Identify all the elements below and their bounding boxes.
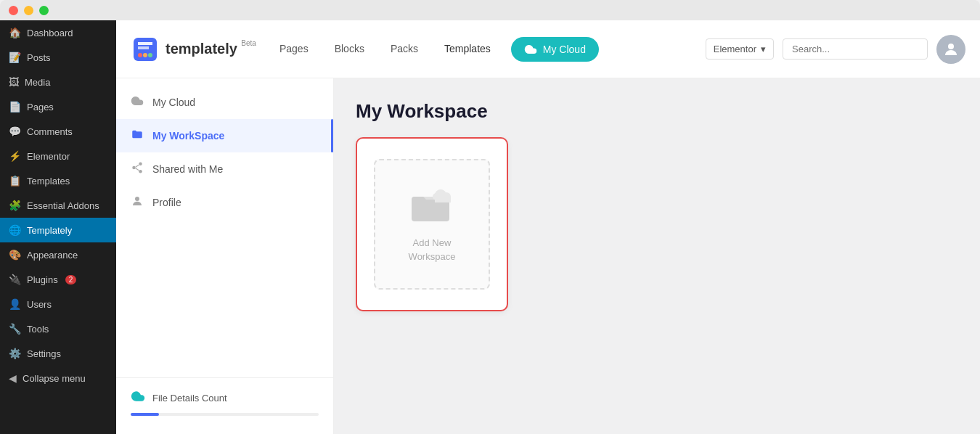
main-area: templately Beta Pages Blocks Packs Templ… <box>116 20 980 434</box>
sidebar-item-plugins[interactable]: 🔌 Plugins 2 <box>0 267 116 292</box>
sidebar-item-templately[interactable]: 🌐 Templately <box>0 218 116 242</box>
svg-point-3 <box>148 53 152 57</box>
users-icon: 👤 <box>9 298 21 310</box>
sidebar-item-elementor[interactable]: ⚡ Elementor <box>0 144 116 168</box>
panel-item-my-cloud-wrapper: My Cloud <box>116 86 333 119</box>
pages-icon: 📄 <box>9 101 21 112</box>
nav-link-blocks[interactable]: Blocks <box>322 37 377 62</box>
sidebar-item-settings[interactable]: ⚙️ Settings <box>0 341 116 366</box>
plugins-badge: 2 <box>65 275 77 284</box>
wp-sidebar: 🏠 Dashboard 📝 Posts 🖼 Media 📄 Pages 💬 Co… <box>0 20 116 434</box>
beta-label: Beta <box>241 39 256 47</box>
tools-icon: 🔧 <box>9 323 21 335</box>
nav-link-templates[interactable]: Templates <box>431 37 504 62</box>
sidebar-item-essential-addons[interactable]: 🧩 Essential Addons <box>0 193 116 218</box>
comments-icon: 💬 <box>9 126 21 137</box>
workspace-card-label: Add New Workspace <box>409 237 456 263</box>
templately-icon: 🌐 <box>9 224 21 236</box>
storage-progress-fill <box>131 413 159 416</box>
left-panel: My Cloud My WorkSpace <box>116 78 334 434</box>
svg-rect-13 <box>435 197 451 202</box>
minimize-button[interactable] <box>24 6 33 15</box>
panel-item-profile-wrapper: Profile <box>116 186 333 219</box>
posts-icon: 📝 <box>9 52 21 63</box>
logo-text-wrap: templately Beta <box>166 41 237 57</box>
close-button[interactable] <box>9 6 18 15</box>
sidebar-item-appearance[interactable]: 🎨 Appearance <box>0 242 116 267</box>
settings-icon: ⚙️ <box>9 348 21 359</box>
my-cloud-button[interactable]: My Cloud <box>511 37 599 62</box>
sidebar-item-media[interactable]: 🖼 Media <box>0 70 116 94</box>
top-nav: templately Beta Pages Blocks Packs Templ… <box>116 20 980 78</box>
logo-icon <box>131 35 160 64</box>
sidebar-item-tools[interactable]: 🔧 Tools <box>0 316 116 341</box>
add-workspace-card[interactable]: Add New Workspace <box>356 137 508 311</box>
collapse-icon: ◀ <box>9 372 17 384</box>
panel-item-my-cloud[interactable]: My Cloud <box>116 86 210 119</box>
panel-item-shared-with-me[interactable]: Shared with Me <box>116 152 237 186</box>
svg-point-1 <box>138 53 142 57</box>
dashboard-icon: 🏠 <box>9 27 21 38</box>
sidebar-item-posts[interactable]: 📝 Posts <box>0 45 116 70</box>
left-panel-bottom: File Details Count <box>116 377 333 427</box>
workspace-title: My Workspace <box>356 100 958 123</box>
maximize-button[interactable] <box>39 6 49 15</box>
user-avatar-icon <box>942 41 960 58</box>
chevron-down-icon: ▾ <box>761 44 766 54</box>
sidebar-item-pages[interactable]: 📄 Pages <box>0 94 116 119</box>
titlebar <box>0 0 980 20</box>
media-icon: 🖼 <box>9 76 19 88</box>
cloud-panel-icon <box>131 94 144 110</box>
cloud-icon <box>524 43 537 56</box>
panel-item-my-workspace-wrapper: My WorkSpace <box>116 119 333 152</box>
panel-item-shared-wrapper: Shared with Me <box>116 152 333 186</box>
right-content: My Workspace <box>334 78 980 434</box>
profile-panel-icon <box>131 195 144 210</box>
search-area: Elementor ▾ <box>706 35 965 64</box>
folder-panel-icon <box>131 128 144 144</box>
nav-links: Pages Blocks Packs Templates My Cloud <box>266 37 706 62</box>
nav-link-packs[interactable]: Packs <box>377 37 431 62</box>
storage-progress-bar <box>131 413 319 416</box>
content-area: My Cloud My WorkSpace <box>116 78 980 434</box>
templates-icon: 📋 <box>9 175 21 187</box>
file-details-cloud-icon <box>131 389 145 407</box>
plugins-icon: 🔌 <box>9 274 21 285</box>
nav-link-pages[interactable]: Pages <box>266 37 322 62</box>
sidebar-item-templates[interactable]: 📋 Templates <box>0 168 116 193</box>
sidebar-item-comments[interactable]: 💬 Comments <box>0 119 116 144</box>
logo-text: templately <box>166 41 237 57</box>
elementor-icon: ⚡ <box>9 150 21 162</box>
panel-item-my-workspace[interactable]: My WorkSpace <box>116 119 333 152</box>
logo-area: templately Beta <box>131 35 237 64</box>
file-details: File Details Count <box>131 389 319 407</box>
search-input[interactable] <box>783 38 928 60</box>
essential-addons-icon: 🧩 <box>9 200 21 211</box>
svg-point-5 <box>139 163 142 166</box>
svg-point-2 <box>143 53 147 57</box>
search-input-wrap <box>783 38 928 60</box>
svg-point-8 <box>135 197 139 201</box>
workspace-card-inner: Add New Workspace <box>374 159 490 290</box>
svg-point-4 <box>948 44 954 49</box>
svg-point-7 <box>139 170 142 173</box>
avatar[interactable] <box>936 35 965 64</box>
workspace-grid: Add New Workspace <box>356 137 958 311</box>
active-indicator <box>331 119 333 152</box>
svg-point-6 <box>132 166 136 170</box>
sidebar-item-dashboard[interactable]: 🏠 Dashboard <box>0 20 116 45</box>
workspace-folder-cloud-icon <box>410 185 454 228</box>
appearance-icon: 🎨 <box>9 249 21 261</box>
sidebar-item-users[interactable]: 👤 Users <box>0 292 116 316</box>
share-panel-icon <box>131 161 144 177</box>
sidebar-item-collapse[interactable]: ◀ Collapse menu <box>0 366 116 390</box>
builder-select[interactable]: Elementor ▾ <box>706 38 774 60</box>
panel-item-profile[interactable]: Profile <box>116 186 196 219</box>
app-container: 🏠 Dashboard 📝 Posts 🖼 Media 📄 Pages 💬 Co… <box>0 20 980 434</box>
